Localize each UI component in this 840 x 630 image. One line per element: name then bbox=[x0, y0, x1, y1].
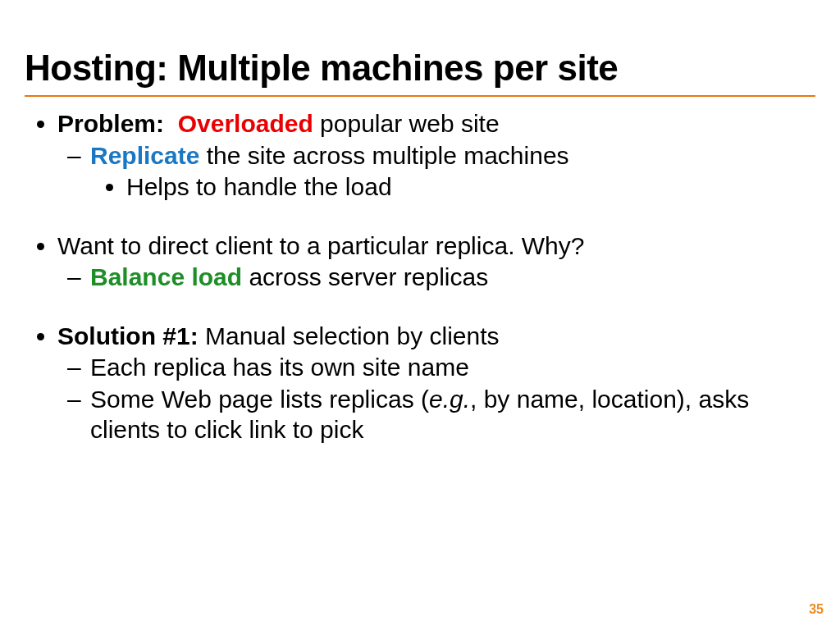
problem-sublist: Replicate the site across multiple machi… bbox=[57, 141, 815, 203]
bullet-want: Want to direct client to a particular re… bbox=[57, 231, 815, 293]
replicate-sublist: Helps to handle the load bbox=[90, 172, 815, 203]
replicate-rest: the site across multiple machines bbox=[199, 142, 568, 169]
solution1-sub2: Some Web page lists replicas (e.g., by n… bbox=[90, 385, 815, 445]
balance-highlight: Balance load bbox=[90, 263, 242, 290]
problem-sub-replicate: Replicate the site across multiple machi… bbox=[90, 141, 815, 203]
want-sublist: Balance load across server replicas bbox=[57, 262, 815, 293]
replicate-highlight: Replicate bbox=[90, 142, 199, 169]
slide: Hosting: Multiple machines per site Prob… bbox=[0, 0, 840, 630]
problem-label: Problem: bbox=[57, 110, 164, 137]
solution1-sub1: Each replica has its own site name bbox=[90, 353, 815, 383]
slide-title: Hosting: Multiple machines per site bbox=[25, 49, 815, 87]
want-sub-balance: Balance load across server replicas bbox=[90, 262, 815, 293]
balance-rest: across server replicas bbox=[242, 263, 488, 290]
solution1-sub2-a: Some Web page lists replicas ( bbox=[90, 386, 429, 413]
solution1-sublist: Each replica has its own site name Some … bbox=[57, 353, 815, 445]
problem-rest: popular web site bbox=[313, 110, 500, 137]
problem-highlight: Overloaded bbox=[178, 110, 313, 137]
page-number: 35 bbox=[809, 602, 824, 617]
title-rule bbox=[25, 95, 815, 97]
bullet-solution1: Solution #1: Manual selection by clients… bbox=[57, 321, 815, 445]
bullet-list: Problem: Overloaded popular web site Rep… bbox=[25, 108, 815, 445]
bullet-problem: Problem: Overloaded popular web site Rep… bbox=[57, 108, 815, 203]
want-text: Want to direct client to a particular re… bbox=[57, 232, 584, 259]
solution1-sub2-eg: e.g. bbox=[429, 386, 470, 413]
replicate-sub-load: Helps to handle the load bbox=[126, 172, 815, 203]
solution1-label: Solution #1: bbox=[57, 322, 199, 349]
solution1-rest: Manual selection by clients bbox=[199, 322, 500, 349]
